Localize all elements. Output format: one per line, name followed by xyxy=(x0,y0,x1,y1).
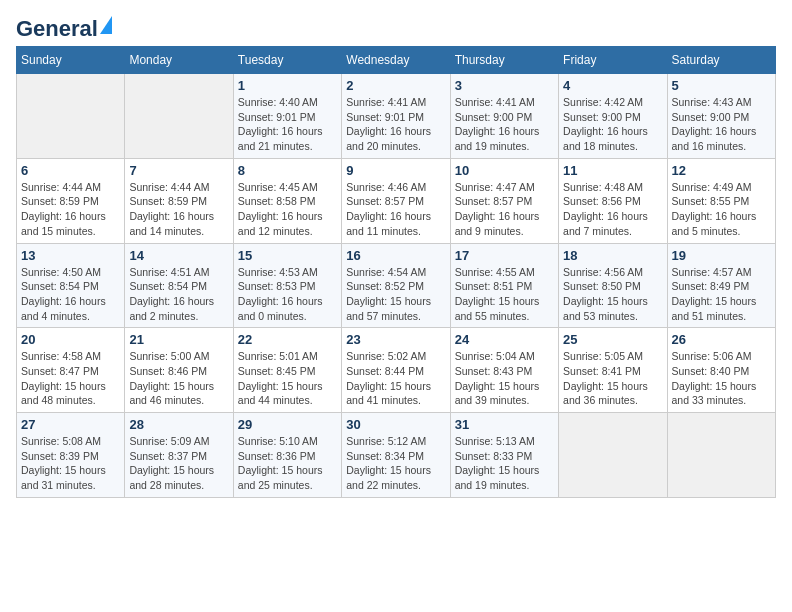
day-number: 29 xyxy=(238,417,337,432)
day-number: 27 xyxy=(21,417,120,432)
col-header-sunday: Sunday xyxy=(17,47,125,74)
day-info: Sunrise: 4:48 AM Sunset: 8:56 PM Dayligh… xyxy=(563,180,662,239)
day-number: 28 xyxy=(129,417,228,432)
col-header-thursday: Thursday xyxy=(450,47,558,74)
day-info: Sunrise: 4:56 AM Sunset: 8:50 PM Dayligh… xyxy=(563,265,662,324)
day-info: Sunrise: 4:44 AM Sunset: 8:59 PM Dayligh… xyxy=(129,180,228,239)
day-info: Sunrise: 4:50 AM Sunset: 8:54 PM Dayligh… xyxy=(21,265,120,324)
calendar-cell: 9Sunrise: 4:46 AM Sunset: 8:57 PM Daylig… xyxy=(342,158,450,243)
day-number: 11 xyxy=(563,163,662,178)
calendar-cell: 22Sunrise: 5:01 AM Sunset: 8:45 PM Dayli… xyxy=(233,328,341,413)
calendar-cell: 10Sunrise: 4:47 AM Sunset: 8:57 PM Dayli… xyxy=(450,158,558,243)
day-number: 23 xyxy=(346,332,445,347)
day-number: 21 xyxy=(129,332,228,347)
day-number: 30 xyxy=(346,417,445,432)
calendar-cell: 12Sunrise: 4:49 AM Sunset: 8:55 PM Dayli… xyxy=(667,158,775,243)
calendar-cell: 27Sunrise: 5:08 AM Sunset: 8:39 PM Dayli… xyxy=(17,413,125,498)
day-number: 26 xyxy=(672,332,771,347)
calendar-cell: 1Sunrise: 4:40 AM Sunset: 9:01 PM Daylig… xyxy=(233,74,341,159)
day-number: 19 xyxy=(672,248,771,263)
day-info: Sunrise: 4:47 AM Sunset: 8:57 PM Dayligh… xyxy=(455,180,554,239)
day-info: Sunrise: 4:40 AM Sunset: 9:01 PM Dayligh… xyxy=(238,95,337,154)
calendar-cell: 3Sunrise: 4:41 AM Sunset: 9:00 PM Daylig… xyxy=(450,74,558,159)
day-number: 10 xyxy=(455,163,554,178)
day-number: 25 xyxy=(563,332,662,347)
day-number: 5 xyxy=(672,78,771,93)
day-info: Sunrise: 5:08 AM Sunset: 8:39 PM Dayligh… xyxy=(21,434,120,493)
calendar-cell: 23Sunrise: 5:02 AM Sunset: 8:44 PM Dayli… xyxy=(342,328,450,413)
day-number: 15 xyxy=(238,248,337,263)
day-number: 2 xyxy=(346,78,445,93)
day-info: Sunrise: 4:42 AM Sunset: 9:00 PM Dayligh… xyxy=(563,95,662,154)
calendar-cell xyxy=(125,74,233,159)
day-info: Sunrise: 4:41 AM Sunset: 9:00 PM Dayligh… xyxy=(455,95,554,154)
calendar-cell: 29Sunrise: 5:10 AM Sunset: 8:36 PM Dayli… xyxy=(233,413,341,498)
calendar-cell: 5Sunrise: 4:43 AM Sunset: 9:00 PM Daylig… xyxy=(667,74,775,159)
calendar-cell: 19Sunrise: 4:57 AM Sunset: 8:49 PM Dayli… xyxy=(667,243,775,328)
day-info: Sunrise: 4:53 AM Sunset: 8:53 PM Dayligh… xyxy=(238,265,337,324)
day-number: 12 xyxy=(672,163,771,178)
calendar-cell: 31Sunrise: 5:13 AM Sunset: 8:33 PM Dayli… xyxy=(450,413,558,498)
day-number: 3 xyxy=(455,78,554,93)
day-info: Sunrise: 4:54 AM Sunset: 8:52 PM Dayligh… xyxy=(346,265,445,324)
day-number: 13 xyxy=(21,248,120,263)
day-info: Sunrise: 5:13 AM Sunset: 8:33 PM Dayligh… xyxy=(455,434,554,493)
logo: General xyxy=(16,16,112,38)
day-number: 4 xyxy=(563,78,662,93)
day-number: 22 xyxy=(238,332,337,347)
calendar-cell: 15Sunrise: 4:53 AM Sunset: 8:53 PM Dayli… xyxy=(233,243,341,328)
calendar-cell: 30Sunrise: 5:12 AM Sunset: 8:34 PM Dayli… xyxy=(342,413,450,498)
day-info: Sunrise: 5:01 AM Sunset: 8:45 PM Dayligh… xyxy=(238,349,337,408)
calendar-cell: 8Sunrise: 4:45 AM Sunset: 8:58 PM Daylig… xyxy=(233,158,341,243)
col-header-monday: Monday xyxy=(125,47,233,74)
calendar-cell: 7Sunrise: 4:44 AM Sunset: 8:59 PM Daylig… xyxy=(125,158,233,243)
day-info: Sunrise: 4:41 AM Sunset: 9:01 PM Dayligh… xyxy=(346,95,445,154)
calendar-cell: 18Sunrise: 4:56 AM Sunset: 8:50 PM Dayli… xyxy=(559,243,667,328)
calendar-cell: 2Sunrise: 4:41 AM Sunset: 9:01 PM Daylig… xyxy=(342,74,450,159)
day-info: Sunrise: 5:09 AM Sunset: 8:37 PM Dayligh… xyxy=(129,434,228,493)
col-header-saturday: Saturday xyxy=(667,47,775,74)
page-header: General xyxy=(16,16,776,38)
col-header-wednesday: Wednesday xyxy=(342,47,450,74)
day-info: Sunrise: 5:06 AM Sunset: 8:40 PM Dayligh… xyxy=(672,349,771,408)
day-number: 7 xyxy=(129,163,228,178)
day-info: Sunrise: 5:05 AM Sunset: 8:41 PM Dayligh… xyxy=(563,349,662,408)
day-number: 6 xyxy=(21,163,120,178)
logo-general: General xyxy=(16,16,98,42)
calendar-cell: 28Sunrise: 5:09 AM Sunset: 8:37 PM Dayli… xyxy=(125,413,233,498)
calendar-table: SundayMondayTuesdayWednesdayThursdayFrid… xyxy=(16,46,776,498)
day-info: Sunrise: 4:51 AM Sunset: 8:54 PM Dayligh… xyxy=(129,265,228,324)
calendar-cell: 11Sunrise: 4:48 AM Sunset: 8:56 PM Dayli… xyxy=(559,158,667,243)
day-info: Sunrise: 4:44 AM Sunset: 8:59 PM Dayligh… xyxy=(21,180,120,239)
col-header-friday: Friday xyxy=(559,47,667,74)
calendar-cell: 24Sunrise: 5:04 AM Sunset: 8:43 PM Dayli… xyxy=(450,328,558,413)
calendar-cell: 17Sunrise: 4:55 AM Sunset: 8:51 PM Dayli… xyxy=(450,243,558,328)
calendar-cell: 6Sunrise: 4:44 AM Sunset: 8:59 PM Daylig… xyxy=(17,158,125,243)
day-info: Sunrise: 4:49 AM Sunset: 8:55 PM Dayligh… xyxy=(672,180,771,239)
day-info: Sunrise: 5:04 AM Sunset: 8:43 PM Dayligh… xyxy=(455,349,554,408)
calendar-cell: 16Sunrise: 4:54 AM Sunset: 8:52 PM Dayli… xyxy=(342,243,450,328)
day-number: 18 xyxy=(563,248,662,263)
day-number: 16 xyxy=(346,248,445,263)
day-info: Sunrise: 5:02 AM Sunset: 8:44 PM Dayligh… xyxy=(346,349,445,408)
calendar-cell: 13Sunrise: 4:50 AM Sunset: 8:54 PM Dayli… xyxy=(17,243,125,328)
day-number: 8 xyxy=(238,163,337,178)
day-info: Sunrise: 5:10 AM Sunset: 8:36 PM Dayligh… xyxy=(238,434,337,493)
day-number: 20 xyxy=(21,332,120,347)
day-info: Sunrise: 4:43 AM Sunset: 9:00 PM Dayligh… xyxy=(672,95,771,154)
calendar-cell: 26Sunrise: 5:06 AM Sunset: 8:40 PM Dayli… xyxy=(667,328,775,413)
day-info: Sunrise: 4:46 AM Sunset: 8:57 PM Dayligh… xyxy=(346,180,445,239)
day-info: Sunrise: 4:55 AM Sunset: 8:51 PM Dayligh… xyxy=(455,265,554,324)
calendar-cell: 4Sunrise: 4:42 AM Sunset: 9:00 PM Daylig… xyxy=(559,74,667,159)
day-number: 24 xyxy=(455,332,554,347)
calendar-cell xyxy=(559,413,667,498)
calendar-cell: 25Sunrise: 5:05 AM Sunset: 8:41 PM Dayli… xyxy=(559,328,667,413)
calendar-cell: 14Sunrise: 4:51 AM Sunset: 8:54 PM Dayli… xyxy=(125,243,233,328)
day-number: 17 xyxy=(455,248,554,263)
calendar-cell: 21Sunrise: 5:00 AM Sunset: 8:46 PM Dayli… xyxy=(125,328,233,413)
day-number: 1 xyxy=(238,78,337,93)
day-number: 9 xyxy=(346,163,445,178)
day-number: 31 xyxy=(455,417,554,432)
col-header-tuesday: Tuesday xyxy=(233,47,341,74)
day-info: Sunrise: 4:58 AM Sunset: 8:47 PM Dayligh… xyxy=(21,349,120,408)
